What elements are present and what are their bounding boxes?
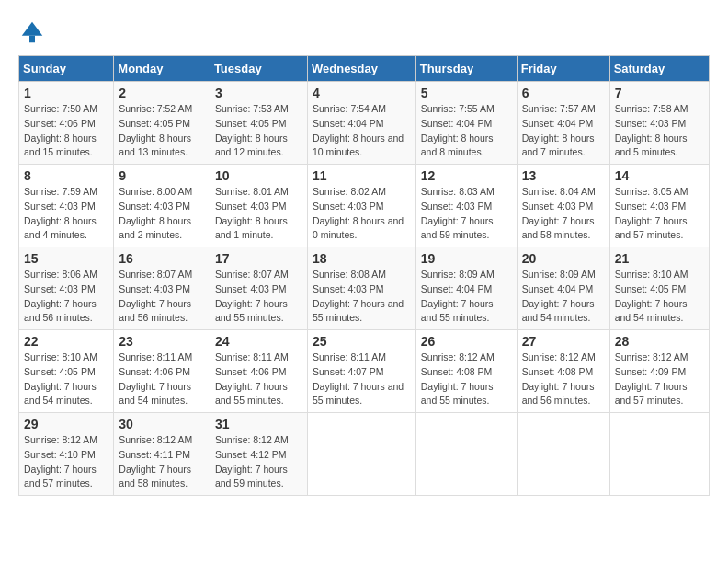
day-number: 17 bbox=[215, 251, 302, 266]
day-info: Sunrise: 8:09 AMSunset: 4:04 PMDaylight:… bbox=[421, 269, 495, 323]
day-info: Sunrise: 8:11 AMSunset: 4:06 PMDaylight:… bbox=[119, 351, 192, 406]
calendar-cell: 1 Sunrise: 7:50 AMSunset: 4:06 PMDayligh… bbox=[19, 82, 114, 165]
day-number: 26 bbox=[421, 334, 512, 349]
page-header bbox=[18, 18, 710, 46]
day-info: Sunrise: 8:12 AMSunset: 4:09 PMDaylight:… bbox=[615, 351, 688, 406]
day-number: 24 bbox=[215, 334, 302, 349]
week-row-1: 1 Sunrise: 7:50 AMSunset: 4:06 PMDayligh… bbox=[19, 82, 710, 165]
calendar-cell bbox=[609, 413, 709, 496]
day-number: 7 bbox=[615, 86, 704, 100]
day-info: Sunrise: 8:12 AMSunset: 4:10 PMDaylight:… bbox=[24, 434, 97, 488]
day-number: 2 bbox=[119, 86, 205, 100]
calendar-cell: 14 Sunrise: 8:05 AMSunset: 4:03 PMDaylig… bbox=[609, 165, 709, 247]
day-info: Sunrise: 8:11 AMSunset: 4:06 PMDaylight:… bbox=[215, 351, 289, 406]
day-number: 25 bbox=[313, 334, 411, 349]
week-row-4: 22 Sunrise: 8:10 AMSunset: 4:05 PMDaylig… bbox=[19, 330, 710, 413]
day-info: Sunrise: 8:00 AMSunset: 4:03 PMDaylight:… bbox=[119, 186, 192, 240]
calendar-cell: 10 Sunrise: 8:01 AMSunset: 4:03 PMDaylig… bbox=[210, 165, 307, 247]
calendar-cell: 6 Sunrise: 7:57 AMSunset: 4:04 PMDayligh… bbox=[517, 82, 609, 165]
day-number: 21 bbox=[615, 251, 704, 266]
day-info: Sunrise: 8:10 AMSunset: 4:05 PMDaylight:… bbox=[24, 351, 97, 406]
logo-icon bbox=[18, 18, 46, 46]
day-info: Sunrise: 8:10 AMSunset: 4:05 PMDaylight:… bbox=[615, 269, 688, 323]
day-number: 16 bbox=[119, 251, 205, 266]
day-info: Sunrise: 8:12 AMSunset: 4:11 PMDaylight:… bbox=[119, 434, 192, 488]
svg-rect-1 bbox=[29, 36, 35, 43]
calendar-cell: 19 Sunrise: 8:09 AMSunset: 4:04 PMDaylig… bbox=[415, 247, 517, 330]
col-header-monday: Monday bbox=[114, 56, 210, 82]
day-info: Sunrise: 8:04 AMSunset: 4:03 PMDaylight:… bbox=[522, 186, 596, 240]
calendar-cell: 31 Sunrise: 8:12 AMSunset: 4:12 PMDaylig… bbox=[210, 413, 307, 496]
day-info: Sunrise: 8:07 AMSunset: 4:03 PMDaylight:… bbox=[119, 269, 192, 323]
day-number: 9 bbox=[119, 168, 205, 183]
calendar-cell: 30 Sunrise: 8:12 AMSunset: 4:11 PMDaylig… bbox=[114, 413, 210, 496]
day-info: Sunrise: 8:03 AMSunset: 4:03 PMDaylight:… bbox=[421, 186, 495, 240]
col-header-thursday: Thursday bbox=[415, 56, 517, 82]
svg-marker-0 bbox=[22, 22, 43, 36]
day-number: 29 bbox=[24, 417, 108, 431]
col-header-wednesday: Wednesday bbox=[307, 56, 415, 82]
calendar-cell: 26 Sunrise: 8:12 AMSunset: 4:08 PMDaylig… bbox=[415, 330, 517, 413]
day-number: 20 bbox=[522, 251, 605, 266]
calendar-cell: 8 Sunrise: 7:59 AMSunset: 4:03 PMDayligh… bbox=[19, 165, 114, 247]
week-row-3: 15 Sunrise: 8:06 AMSunset: 4:03 PMDaylig… bbox=[19, 247, 710, 330]
day-number: 11 bbox=[313, 168, 411, 183]
day-number: 8 bbox=[24, 168, 108, 183]
calendar-cell: 11 Sunrise: 8:02 AMSunset: 4:03 PMDaylig… bbox=[307, 165, 415, 247]
calendar-cell: 3 Sunrise: 7:53 AMSunset: 4:05 PMDayligh… bbox=[210, 82, 307, 165]
day-number: 22 bbox=[24, 334, 108, 349]
day-number: 10 bbox=[215, 168, 302, 183]
day-info: Sunrise: 8:09 AMSunset: 4:04 PMDaylight:… bbox=[522, 269, 596, 323]
calendar-cell: 15 Sunrise: 8:06 AMSunset: 4:03 PMDaylig… bbox=[19, 247, 114, 330]
day-number: 5 bbox=[421, 86, 512, 100]
calendar-cell: 22 Sunrise: 8:10 AMSunset: 4:05 PMDaylig… bbox=[19, 330, 114, 413]
day-info: Sunrise: 7:58 AMSunset: 4:03 PMDaylight:… bbox=[615, 103, 688, 157]
day-number: 1 bbox=[24, 86, 108, 100]
day-number: 28 bbox=[615, 334, 704, 349]
day-number: 12 bbox=[421, 168, 512, 183]
calendar-cell: 12 Sunrise: 8:03 AMSunset: 4:03 PMDaylig… bbox=[415, 165, 517, 247]
day-number: 30 bbox=[119, 417, 205, 431]
day-info: Sunrise: 8:05 AMSunset: 4:03 PMDaylight:… bbox=[615, 186, 688, 240]
calendar-cell: 28 Sunrise: 8:12 AMSunset: 4:09 PMDaylig… bbox=[609, 330, 709, 413]
calendar-cell: 13 Sunrise: 8:04 AMSunset: 4:03 PMDaylig… bbox=[517, 165, 609, 247]
calendar-cell: 25 Sunrise: 8:11 AMSunset: 4:07 PMDaylig… bbox=[307, 330, 415, 413]
day-number: 4 bbox=[313, 86, 411, 100]
day-number: 23 bbox=[119, 334, 205, 349]
day-info: Sunrise: 7:53 AMSunset: 4:05 PMDaylight:… bbox=[215, 103, 289, 157]
calendar-cell: 21 Sunrise: 8:10 AMSunset: 4:05 PMDaylig… bbox=[609, 247, 709, 330]
day-info: Sunrise: 8:12 AMSunset: 4:08 PMDaylight:… bbox=[522, 351, 596, 406]
col-header-saturday: Saturday bbox=[609, 56, 709, 82]
calendar-cell: 2 Sunrise: 7:52 AMSunset: 4:05 PMDayligh… bbox=[114, 82, 210, 165]
col-header-sunday: Sunday bbox=[19, 56, 114, 82]
day-info: Sunrise: 7:54 AMSunset: 4:04 PMDaylight:… bbox=[313, 103, 404, 157]
day-info: Sunrise: 7:59 AMSunset: 4:03 PMDaylight:… bbox=[24, 186, 97, 240]
day-info: Sunrise: 7:52 AMSunset: 4:05 PMDaylight:… bbox=[119, 103, 192, 157]
calendar-cell: 18 Sunrise: 8:08 AMSunset: 4:03 PMDaylig… bbox=[307, 247, 415, 330]
calendar-cell bbox=[307, 413, 415, 496]
day-info: Sunrise: 8:08 AMSunset: 4:03 PMDaylight:… bbox=[313, 269, 404, 323]
calendar-cell: 29 Sunrise: 8:12 AMSunset: 4:10 PMDaylig… bbox=[19, 413, 114, 496]
col-header-tuesday: Tuesday bbox=[210, 56, 307, 82]
day-info: Sunrise: 7:55 AMSunset: 4:04 PMDaylight:… bbox=[421, 103, 495, 157]
calendar-cell: 27 Sunrise: 8:12 AMSunset: 4:08 PMDaylig… bbox=[517, 330, 609, 413]
day-info: Sunrise: 8:11 AMSunset: 4:07 PMDaylight:… bbox=[313, 351, 404, 406]
day-number: 13 bbox=[522, 168, 605, 183]
day-info: Sunrise: 7:50 AMSunset: 4:06 PMDaylight:… bbox=[24, 103, 97, 157]
day-info: Sunrise: 8:01 AMSunset: 4:03 PMDaylight:… bbox=[215, 186, 289, 240]
day-number: 6 bbox=[522, 86, 605, 100]
calendar-cell bbox=[415, 413, 517, 496]
day-info: Sunrise: 8:12 AMSunset: 4:08 PMDaylight:… bbox=[421, 351, 495, 406]
calendar-cell: 23 Sunrise: 8:11 AMSunset: 4:06 PMDaylig… bbox=[114, 330, 210, 413]
week-row-2: 8 Sunrise: 7:59 AMSunset: 4:03 PMDayligh… bbox=[19, 165, 710, 247]
week-row-5: 29 Sunrise: 8:12 AMSunset: 4:10 PMDaylig… bbox=[19, 413, 710, 496]
day-info: Sunrise: 7:57 AMSunset: 4:04 PMDaylight:… bbox=[522, 103, 596, 157]
calendar-cell: 20 Sunrise: 8:09 AMSunset: 4:04 PMDaylig… bbox=[517, 247, 609, 330]
calendar-cell: 4 Sunrise: 7:54 AMSunset: 4:04 PMDayligh… bbox=[307, 82, 415, 165]
day-info: Sunrise: 8:07 AMSunset: 4:03 PMDaylight:… bbox=[215, 269, 289, 323]
logo bbox=[18, 18, 50, 46]
day-info: Sunrise: 8:02 AMSunset: 4:03 PMDaylight:… bbox=[313, 186, 404, 240]
day-number: 14 bbox=[615, 168, 704, 183]
calendar-cell bbox=[517, 413, 609, 496]
day-number: 3 bbox=[215, 86, 302, 100]
